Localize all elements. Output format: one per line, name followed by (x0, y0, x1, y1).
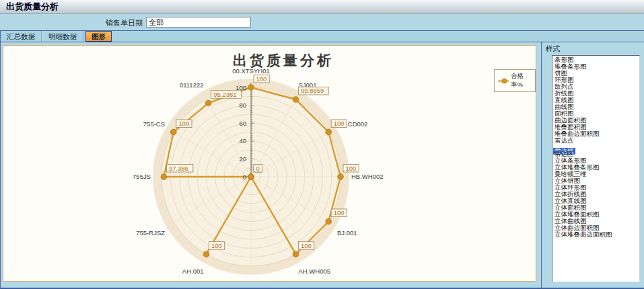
category-label: AH.WH005 (299, 267, 331, 275)
data-point (338, 174, 344, 180)
value-label: 97.386 (169, 165, 188, 172)
axis-tick-label: 40 (239, 137, 246, 144)
app-window: 出货质量分析 销售单日期 汇总数据 明细数据 图形 02040608010000… (0, 0, 644, 289)
category-label: HB.WH002 (351, 173, 384, 180)
data-point (326, 218, 332, 224)
value-label: 99.8659 (301, 87, 324, 94)
data-point (293, 97, 299, 103)
sales-date-label: 销售单日期 (81, 18, 143, 28)
data-point (326, 129, 332, 135)
value-label: 100 (256, 75, 267, 83)
radar-chart: 02040608010000.XTSYH01SJ001SC.CD002HB.WH… (3, 46, 536, 281)
value-label: 100 (334, 120, 345, 127)
data-point (171, 129, 177, 135)
category-label: 755-CS (143, 120, 165, 128)
data-point (293, 251, 299, 257)
value-label: 100 (334, 209, 345, 216)
style-option[interactable]: 雷达点 (553, 137, 639, 144)
legend-series-label: 合格率% (511, 72, 531, 89)
axis-tick-label: 80 (239, 101, 246, 109)
tab-bar: 汇总数据 明细数据 图形 (0, 30, 644, 42)
value-label: 100 (178, 120, 189, 127)
chart-legend: 合格率% (494, 69, 536, 92)
style-listbox[interactable]: 条形图堆叠条形图饼图环形图散列点折线图直线图曲线图面积图曲边面积图堆叠面积图堆叠… (552, 55, 640, 282)
sales-date-input[interactable] (146, 17, 251, 28)
style-option[interactable]: 立体堆叠曲边面积图 (553, 231, 639, 238)
filter-row: 销售单日期 (0, 14, 644, 30)
category-label: AH.001 (182, 267, 204, 275)
tab-detail-data[interactable]: 明细数据 (42, 31, 83, 42)
tab-summary-data[interactable]: 汇总数据 (0, 31, 42, 42)
axis-tick-label: 100 (236, 84, 246, 91)
value-label: 95.2381 (213, 91, 236, 98)
title-bar: 出货质量分析 (0, 0, 644, 14)
data-point (205, 100, 211, 106)
category-label: 0111222 (180, 81, 204, 89)
data-point (248, 174, 254, 180)
category-label: 755-RJSZ (136, 229, 165, 237)
value-label: 0 (256, 165, 260, 172)
data-point (161, 174, 167, 180)
data-point (203, 251, 209, 257)
value-label: 100 (346, 165, 357, 172)
axis-tick-label: 0 (243, 173, 246, 181)
legend-line-marker-icon (497, 78, 509, 84)
axis-tick-label: 20 (239, 155, 246, 163)
category-label: 755JS (133, 173, 151, 180)
style-panel: 样式 条形图堆叠条形图饼图环形图散列点折线图直线图曲线图面积图曲边面积图堆叠面积… (541, 42, 644, 288)
axis-tick-label: 60 (239, 120, 246, 127)
value-label: 100 (211, 242, 222, 249)
chart-panel: 02040608010000.XTSYH01SJ001SC.CD002HB.WH… (3, 45, 536, 282)
value-label: 100 (301, 242, 312, 249)
chart-title: 出货质量分析 (233, 51, 334, 70)
data-point (248, 85, 254, 91)
style-panel-title: 样式 (546, 44, 560, 54)
tab-graphics[interactable]: 图形 (85, 31, 112, 42)
category-label: BJ.001 (337, 229, 357, 237)
content-area: 02040608010000.XTSYH01SJ001SC.CD002HB.WH… (0, 42, 644, 289)
window-title: 出货质量分析 (6, 1, 59, 13)
